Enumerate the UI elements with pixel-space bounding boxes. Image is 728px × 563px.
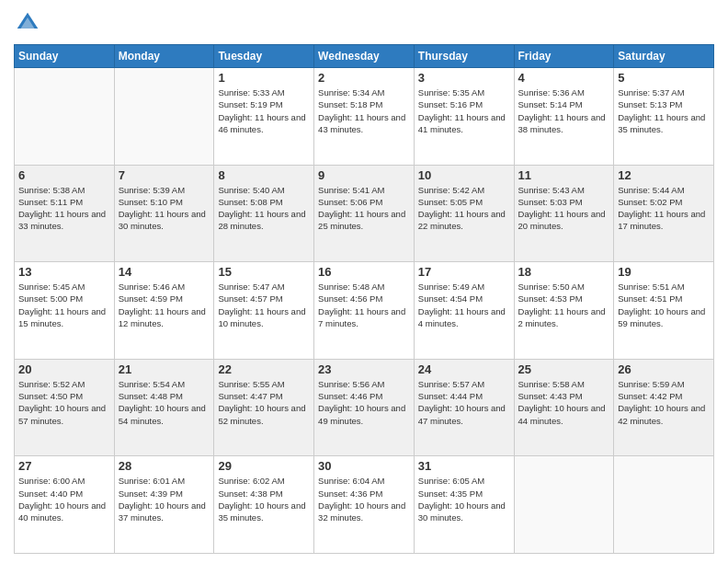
- calendar-week-row: 27Sunrise: 6:00 AM Sunset: 4:40 PM Dayli…: [15, 456, 714, 554]
- day-number: 27: [18, 459, 110, 473]
- calendar-cell: 12Sunrise: 5:44 AM Sunset: 5:02 PM Dayli…: [614, 165, 714, 262]
- day-number: 20: [18, 362, 110, 376]
- logo: [14, 9, 45, 37]
- day-number: 31: [418, 459, 510, 473]
- day-number: 23: [318, 362, 410, 376]
- day-number: 13: [18, 265, 110, 279]
- calendar-cell: 15Sunrise: 5:47 AM Sunset: 4:57 PM Dayli…: [214, 262, 314, 360]
- calendar-cell: 30Sunrise: 6:04 AM Sunset: 4:36 PM Dayli…: [314, 456, 415, 554]
- calendar-cell: [614, 456, 714, 554]
- day-number: 24: [418, 362, 510, 376]
- day-info: Sunrise: 5:46 AM Sunset: 4:59 PM Dayligh…: [119, 281, 210, 329]
- page-header: [14, 9, 714, 37]
- day-number: 29: [218, 459, 310, 473]
- calendar-cell: 4Sunrise: 5:36 AM Sunset: 5:14 PM Daylig…: [514, 68, 614, 166]
- day-number: 17: [418, 265, 510, 279]
- calendar-cell: 24Sunrise: 5:57 AM Sunset: 4:44 PM Dayli…: [414, 359, 514, 456]
- day-info: Sunrise: 5:34 AM Sunset: 5:18 PM Dayligh…: [318, 86, 410, 135]
- calendar-cell: 19Sunrise: 5:51 AM Sunset: 4:51 PM Dayli…: [614, 262, 714, 360]
- col-header-saturday: Saturday: [614, 45, 714, 68]
- calendar-cell: 6Sunrise: 5:38 AM Sunset: 5:11 PM Daylig…: [15, 165, 115, 262]
- calendar-week-row: 1Sunrise: 5:33 AM Sunset: 5:19 PM Daylig…: [15, 68, 714, 166]
- day-number: 18: [518, 265, 610, 279]
- day-info: Sunrise: 5:39 AM Sunset: 5:10 PM Dayligh…: [119, 184, 210, 233]
- day-number: 15: [218, 265, 310, 279]
- day-number: 5: [618, 71, 710, 85]
- day-info: Sunrise: 5:44 AM Sunset: 5:02 PM Dayligh…: [618, 184, 710, 233]
- day-number: 3: [418, 71, 510, 85]
- day-info: Sunrise: 6:02 AM Sunset: 4:38 PM Dayligh…: [218, 475, 310, 523]
- day-info: Sunrise: 5:48 AM Sunset: 4:56 PM Dayligh…: [318, 281, 410, 329]
- calendar-cell: 20Sunrise: 5:52 AM Sunset: 4:50 PM Dayli…: [15, 359, 115, 456]
- day-info: Sunrise: 5:36 AM Sunset: 5:14 PM Dayligh…: [518, 86, 610, 135]
- day-info: Sunrise: 5:45 AM Sunset: 5:00 PM Dayligh…: [18, 281, 110, 329]
- logo-icon: [14, 9, 41, 37]
- calendar-week-row: 6Sunrise: 5:38 AM Sunset: 5:11 PM Daylig…: [15, 165, 714, 262]
- day-info: Sunrise: 6:05 AM Sunset: 4:35 PM Dayligh…: [418, 475, 510, 523]
- day-info: Sunrise: 5:57 AM Sunset: 4:44 PM Dayligh…: [418, 378, 510, 427]
- calendar-cell: 13Sunrise: 5:45 AM Sunset: 5:00 PM Dayli…: [15, 262, 115, 360]
- day-info: Sunrise: 6:04 AM Sunset: 4:36 PM Dayligh…: [318, 475, 410, 523]
- day-info: Sunrise: 5:54 AM Sunset: 4:48 PM Dayligh…: [119, 378, 210, 427]
- calendar-cell: 31Sunrise: 6:05 AM Sunset: 4:35 PM Dayli…: [414, 456, 514, 554]
- day-number: 6: [18, 168, 110, 182]
- day-number: 14: [119, 265, 210, 279]
- day-number: 22: [218, 362, 310, 376]
- calendar-cell: 22Sunrise: 5:55 AM Sunset: 4:47 PM Dayli…: [214, 359, 314, 456]
- day-number: 10: [418, 168, 510, 182]
- col-header-sunday: Sunday: [15, 45, 115, 68]
- calendar-cell: 26Sunrise: 5:59 AM Sunset: 4:42 PM Dayli…: [614, 359, 714, 456]
- col-header-tuesday: Tuesday: [214, 45, 314, 68]
- day-info: Sunrise: 5:42 AM Sunset: 5:05 PM Dayligh…: [418, 184, 510, 233]
- calendar-cell: [114, 68, 214, 166]
- calendar-cell: 23Sunrise: 5:56 AM Sunset: 4:46 PM Dayli…: [314, 359, 415, 456]
- day-info: Sunrise: 5:58 AM Sunset: 4:43 PM Dayligh…: [518, 378, 610, 427]
- calendar-cell: [15, 68, 115, 166]
- col-header-wednesday: Wednesday: [314, 45, 415, 68]
- day-info: Sunrise: 5:51 AM Sunset: 4:51 PM Dayligh…: [618, 281, 710, 329]
- day-info: Sunrise: 5:47 AM Sunset: 4:57 PM Dayligh…: [218, 281, 310, 329]
- calendar-week-row: 13Sunrise: 5:45 AM Sunset: 5:00 PM Dayli…: [15, 262, 714, 360]
- calendar-header-row: SundayMondayTuesdayWednesdayThursdayFrid…: [15, 45, 714, 68]
- day-info: Sunrise: 5:50 AM Sunset: 4:53 PM Dayligh…: [518, 281, 610, 329]
- calendar-cell: 9Sunrise: 5:41 AM Sunset: 5:06 PM Daylig…: [314, 165, 415, 262]
- calendar-cell: 7Sunrise: 5:39 AM Sunset: 5:10 PM Daylig…: [114, 165, 214, 262]
- day-number: 12: [618, 168, 710, 182]
- day-number: 28: [119, 459, 210, 473]
- day-info: Sunrise: 5:37 AM Sunset: 5:13 PM Dayligh…: [618, 86, 710, 135]
- calendar-cell: 3Sunrise: 5:35 AM Sunset: 5:16 PM Daylig…: [414, 68, 514, 166]
- calendar-cell: 21Sunrise: 5:54 AM Sunset: 4:48 PM Dayli…: [114, 359, 214, 456]
- calendar-cell: 1Sunrise: 5:33 AM Sunset: 5:19 PM Daylig…: [214, 68, 314, 166]
- calendar-cell: 5Sunrise: 5:37 AM Sunset: 5:13 PM Daylig…: [614, 68, 714, 166]
- calendar-cell: 8Sunrise: 5:40 AM Sunset: 5:08 PM Daylig…: [214, 165, 314, 262]
- calendar-cell: 25Sunrise: 5:58 AM Sunset: 4:43 PM Dayli…: [514, 359, 614, 456]
- day-number: 26: [618, 362, 710, 376]
- day-number: 2: [318, 71, 410, 85]
- col-header-thursday: Thursday: [414, 45, 514, 68]
- day-number: 30: [318, 459, 410, 473]
- calendar-cell: 18Sunrise: 5:50 AM Sunset: 4:53 PM Dayli…: [514, 262, 614, 360]
- day-number: 19: [618, 265, 710, 279]
- day-number: 16: [318, 265, 410, 279]
- calendar-table: SundayMondayTuesdayWednesdayThursdayFrid…: [14, 44, 714, 554]
- day-info: Sunrise: 5:38 AM Sunset: 5:11 PM Dayligh…: [18, 184, 110, 233]
- day-number: 21: [119, 362, 210, 376]
- day-info: Sunrise: 6:01 AM Sunset: 4:39 PM Dayligh…: [119, 475, 210, 523]
- calendar-cell: 10Sunrise: 5:42 AM Sunset: 5:05 PM Dayli…: [414, 165, 514, 262]
- calendar-cell: 17Sunrise: 5:49 AM Sunset: 4:54 PM Dayli…: [414, 262, 514, 360]
- day-number: 25: [518, 362, 610, 376]
- calendar-cell: 11Sunrise: 5:43 AM Sunset: 5:03 PM Dayli…: [514, 165, 614, 262]
- col-header-monday: Monday: [114, 45, 214, 68]
- day-info: Sunrise: 5:52 AM Sunset: 4:50 PM Dayligh…: [18, 378, 110, 427]
- day-number: 9: [318, 168, 410, 182]
- day-info: Sunrise: 5:59 AM Sunset: 4:42 PM Dayligh…: [618, 378, 710, 427]
- day-info: Sunrise: 5:33 AM Sunset: 5:19 PM Dayligh…: [218, 86, 310, 135]
- day-number: 11: [518, 168, 610, 182]
- day-info: Sunrise: 5:35 AM Sunset: 5:16 PM Dayligh…: [418, 86, 510, 135]
- day-info: Sunrise: 5:56 AM Sunset: 4:46 PM Dayligh…: [318, 378, 410, 427]
- calendar-cell: 28Sunrise: 6:01 AM Sunset: 4:39 PM Dayli…: [114, 456, 214, 554]
- col-header-friday: Friday: [514, 45, 614, 68]
- calendar-cell: [514, 456, 614, 554]
- day-info: Sunrise: 5:49 AM Sunset: 4:54 PM Dayligh…: [418, 281, 510, 329]
- calendar-cell: 27Sunrise: 6:00 AM Sunset: 4:40 PM Dayli…: [15, 456, 115, 554]
